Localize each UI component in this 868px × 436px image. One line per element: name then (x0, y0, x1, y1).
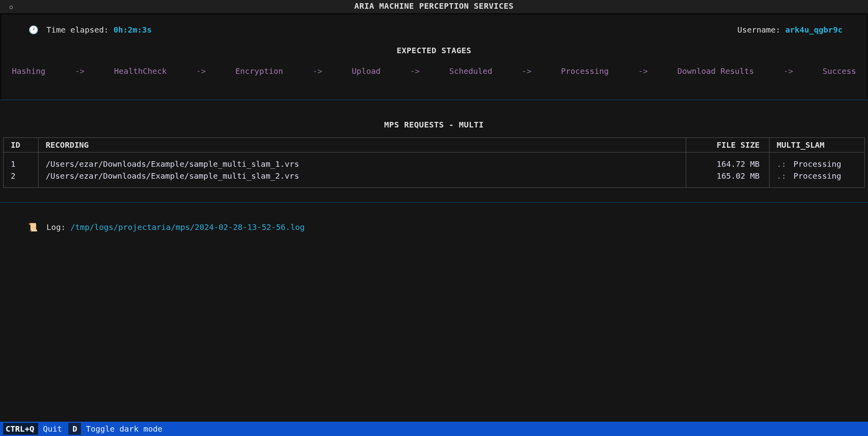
timer-label: Time elapsed: (46, 25, 114, 35)
spinner-icon: .: (777, 159, 786, 169)
cell-size: 164.72 MB (686, 152, 770, 170)
scroll-icon: 📜 (28, 222, 38, 232)
stages-pipeline: Hashing->HealthCheck->Encryption->Upload… (2, 58, 866, 100)
cell-recording: /Users/ezar/Downloads/Example/sample_mul… (39, 152, 686, 170)
time-elapsed: 🕐 Time elapsed: 0h:2m:3s (29, 25, 152, 35)
stage-label: Scheduled (449, 66, 492, 76)
username-display: Username: ark4u_qgbr9c (737, 25, 843, 35)
cell-status: .: Processing (770, 152, 865, 170)
stage-label: Upload (352, 66, 380, 76)
col-recording: RECORDING (39, 138, 686, 152)
arrow-icon: -> (783, 66, 793, 76)
table-row: 1/Users/ezar/Downloads/Example/sample_mu… (4, 152, 865, 170)
timer-value: 0h:2m:3s (114, 25, 152, 35)
cell-recording: /Users/ezar/Downloads/Example/sample_mul… (39, 170, 686, 188)
clock-icon: 🕐 (29, 25, 39, 35)
table-header-row: ID RECORDING FILE SIZE MULTI_SLAM (4, 138, 865, 152)
stage-label: Download Results (677, 66, 754, 76)
col-status: MULTI_SLAM (770, 138, 865, 152)
cell-id: 1 (4, 152, 39, 170)
username-label: Username: (737, 25, 785, 35)
requests-table: ID RECORDING FILE SIZE MULTI_SLAM 1/User… (3, 137, 865, 188)
shortcut-key[interactable]: D (68, 423, 81, 435)
stage-label: Hashing (12, 66, 45, 76)
shortcut-desc: Toggle dark mode (82, 423, 169, 435)
footer-bar: CTRL+Q Quit D Toggle dark mode (0, 422, 868, 436)
cell-size: 165.02 MB (686, 170, 770, 188)
arrow-icon: -> (75, 66, 85, 76)
arrow-icon: -> (638, 66, 648, 76)
arrow-icon: -> (522, 66, 531, 76)
username-value: ark4u_qgbr9c (785, 25, 843, 35)
window-control-dot: ○ (10, 4, 13, 10)
stage-label: Encryption (235, 66, 283, 76)
header-panel: 🕐 Time elapsed: 0h:2m:3s Username: ark4u… (2, 15, 866, 100)
arrow-icon: -> (410, 66, 420, 76)
shortcut-desc: Quit (39, 423, 68, 435)
requests-title: MPS REQUESTS - MULTI (3, 100, 865, 137)
stage-label: Processing (561, 66, 609, 76)
stages-title: EXPECTED STAGES (2, 39, 866, 58)
log-path: /tmp/logs/projectaria/mps/2024-02-28-13-… (70, 222, 305, 232)
title-bar: ○ ARIA MACHINE PERCEPTION SERVICES (0, 0, 868, 13)
requests-section: MPS REQUESTS - MULTI ID RECORDING FILE S… (0, 100, 868, 202)
stage-label: Success (823, 66, 856, 76)
arrow-icon: -> (313, 66, 322, 76)
cell-status: .: Processing (770, 170, 865, 188)
arrow-icon: -> (196, 66, 206, 76)
shortcut-key[interactable]: CTRL+Q (3, 423, 38, 435)
stage-label: HealthCheck (114, 66, 166, 76)
log-label: Log: (46, 222, 70, 232)
app-title: ARIA MACHINE PERCEPTION SERVICES (354, 1, 513, 11)
col-size: FILE SIZE (686, 138, 770, 152)
log-section: 📜 Log: /tmp/logs/projectaria/mps/2024-02… (0, 203, 868, 243)
col-id: ID (4, 138, 39, 152)
cell-id: 2 (4, 170, 39, 188)
table-row: 2/Users/ezar/Downloads/Example/sample_mu… (4, 170, 865, 188)
spinner-icon: .: (777, 171, 786, 181)
